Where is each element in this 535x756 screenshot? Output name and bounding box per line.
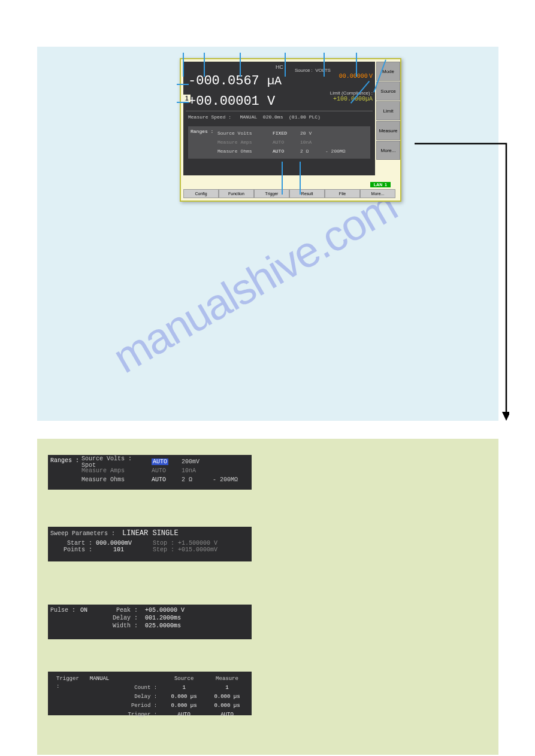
bottom-softkeys: Config Function Trigger Result File More… — [183, 189, 395, 198]
softkey-function[interactable]: Function — [219, 189, 254, 198]
lan-indicator: LAN 1 — [370, 182, 391, 187]
softkey-more[interactable]: More... — [376, 141, 400, 160]
source-info: Source : VOLTS 00.00000 V — [295, 68, 373, 86]
softkey-result[interactable]: Result — [289, 189, 325, 198]
softkey-source[interactable]: Source — [376, 81, 400, 101]
display-area: HC -000.0567 µA +00.00001 V 1 Source : V… — [183, 62, 375, 175]
secondary-reading-value: +00.00001 V — [188, 94, 275, 109]
softkey-file[interactable]: File — [325, 189, 360, 198]
measure-speed-row: Measure Speed : MANUAL 020.0ms (01.00 PL… — [188, 114, 321, 120]
channel-label: 1 — [183, 95, 191, 102]
side-softkeys: Mode Source Limit Measure More... — [376, 62, 400, 160]
section-trigger-panel: Trigger : MANUAL SourceMeasure Count :11… — [48, 672, 252, 715]
section-pulse-panel: Pulse :ONPeak : +05.00000 V Delay : 001.… — [48, 605, 252, 639]
status-hc-icon: HC — [276, 64, 283, 70]
divider-line — [186, 111, 373, 111]
softkey-limit[interactable]: Limit — [376, 101, 400, 120]
main-reading-value: -000.0567 µA — [188, 74, 282, 89]
softkey-measure[interactable]: Measure — [376, 121, 400, 140]
section-ranges-panel: Ranges : Source Volts : SpotAUTO200mV Me… — [48, 455, 252, 490]
instrument-body: HC -000.0567 µA +00.00001 V 1 Source : V… — [180, 58, 401, 202]
section-sweep-panel: Sweep Parameters : LINEAR SINGLE Start :… — [48, 527, 252, 561]
limit-info: Limit (Compliance) : +100.0000µA — [295, 90, 373, 102]
softkey-config[interactable]: Config — [183, 189, 219, 198]
softkey-mode[interactable]: Mode — [376, 62, 400, 81]
softkey-trigger[interactable]: Trigger — [254, 189, 289, 198]
instrument-screen: HC -000.0567 µA +00.00001 V 1 Source : V… — [180, 58, 401, 202]
instrument-ranges-box: Ranges : Source VoltsFIXED20 V Measure A… — [188, 126, 370, 159]
softkey-more-bottom[interactable]: More... — [360, 189, 395, 198]
